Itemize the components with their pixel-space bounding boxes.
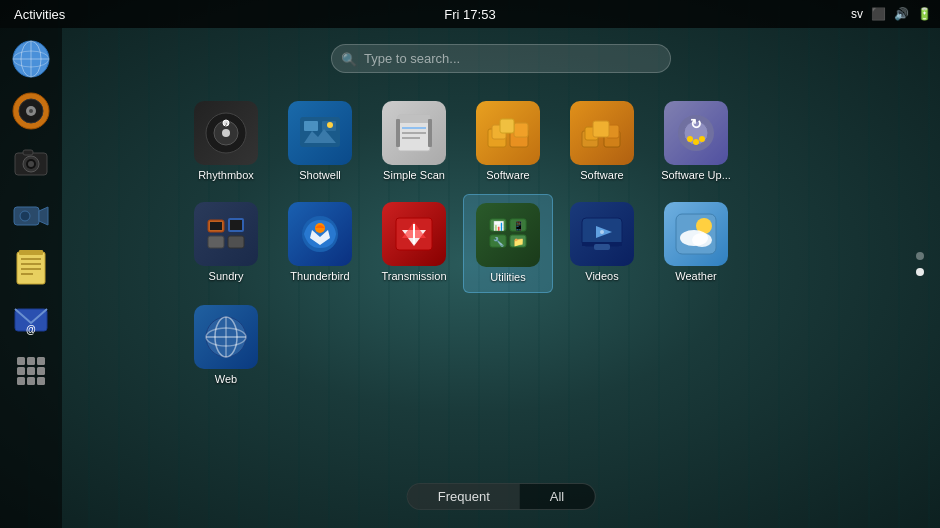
svg-rect-71 [208,236,224,248]
volume-icon[interactable]: 🔊 [894,7,909,21]
app-grid: ♪ Rhythmbox Shotwell [161,93,841,395]
app-label-weather: Weather [675,270,716,283]
app-item-softwareup[interactable]: ↻ Software Up... [651,93,741,190]
top-bar-left: Activities [8,5,71,24]
app-icon-shotwell [288,101,352,165]
svg-point-36 [222,129,230,137]
svg-text:📁: 📁 [513,236,525,248]
tab-frequent[interactable]: Frequent [408,484,520,509]
screen-icon: ⬛ [871,7,886,21]
svg-point-66 [699,136,705,142]
svg-point-65 [693,139,699,145]
svg-rect-70 [230,220,242,230]
svg-rect-33 [37,377,45,385]
svg-point-16 [20,211,30,221]
app-item-software[interactable]: Software [463,93,553,190]
tab-bar: Frequent All [407,483,596,510]
top-bar-clock: Fri 17:53 [444,7,495,22]
svg-rect-89 [594,244,610,250]
sidebar-item-appgrid[interactable] [8,348,54,394]
svg-rect-26 [27,357,35,365]
top-bar: Activities Fri 17:53 sv ⬛ 🔊 🔋 [0,0,940,28]
sidebar-item-browser[interactable] [8,36,54,82]
svg-marker-15 [39,207,48,225]
app-item-videos[interactable]: Videos [557,194,647,293]
svg-rect-31 [17,377,25,385]
svg-rect-55 [500,119,514,133]
sidebar-item-sound[interactable] [8,88,54,134]
svg-text:@: @ [26,324,36,335]
app-label-utilities: Utilities [490,271,525,284]
svg-rect-72 [228,236,244,248]
app-icon-softwarecenter [570,101,634,165]
app-label-thunderbird: Thunderbird [290,270,349,283]
app-icon-web [194,305,258,369]
app-item-weather[interactable]: Weather [651,194,741,293]
svg-rect-48 [402,137,420,139]
app-icon-thunderbird [288,202,352,266]
sidebar: @ [0,28,62,528]
svg-point-95 [692,233,712,247]
app-item-simplescan[interactable]: Simple Scan [369,93,459,190]
svg-rect-45 [398,115,430,123]
svg-rect-49 [396,119,400,147]
svg-rect-13 [23,150,33,155]
svg-text:♪: ♪ [225,121,228,127]
battery-icon: 🔋 [917,7,932,21]
app-item-thunderbird[interactable]: Thunderbird [275,194,365,293]
sidebar-item-notes[interactable] [8,244,54,290]
app-item-sundry[interactable]: Sundry [181,194,271,293]
svg-point-91 [600,230,604,234]
svg-point-8 [29,109,33,113]
svg-rect-28 [17,367,25,375]
svg-text:↻: ↻ [690,116,702,132]
app-icon-transmission [382,202,446,266]
tab-all[interactable]: All [520,484,594,509]
sidebar-item-film[interactable] [8,192,54,238]
app-label-software: Software [486,169,529,182]
svg-point-12 [28,161,34,167]
svg-rect-54 [514,123,528,137]
app-icon-utilities: 📊 📱 🔧 📁 [476,203,540,267]
svg-rect-68 [210,222,222,230]
app-label-videos: Videos [585,270,618,283]
svg-rect-46 [402,127,426,129]
search-input[interactable] [331,44,671,73]
sidebar-item-email[interactable]: @ [8,296,54,342]
pagination-dot-1[interactable] [916,252,924,260]
svg-text:📱: 📱 [513,220,525,232]
app-item-transmission[interactable]: Transmission [369,194,459,293]
app-icon-weather [664,202,728,266]
search-wrapper: 🔍 [331,44,671,73]
svg-rect-47 [402,132,426,134]
app-item-shotwell[interactable]: Shotwell [275,93,365,190]
svg-rect-27 [37,357,45,365]
app-item-web[interactable]: Web [181,297,271,394]
sidebar-item-camera[interactable] [8,140,54,186]
svg-rect-29 [27,367,35,375]
app-label-softwarecenter: Software [580,169,623,182]
app-label-web: Web [215,373,237,386]
app-item-rhythmbox[interactable]: ♪ Rhythmbox [181,93,271,190]
app-icon-softwareup: ↻ [664,101,728,165]
app-icon-videos [570,202,634,266]
app-icon-simplescan [382,101,446,165]
locale-indicator[interactable]: sv [851,7,863,21]
svg-rect-32 [27,377,35,385]
svg-rect-30 [37,367,45,375]
svg-rect-60 [593,121,609,137]
svg-rect-40 [304,121,318,131]
app-label-shotwell: Shotwell [299,169,341,182]
app-label-rhythmbox: Rhythmbox [198,169,254,182]
svg-text:📊: 📊 [493,220,505,232]
top-bar-right: sv ⬛ 🔊 🔋 [851,7,932,21]
app-label-sundry: Sundry [209,270,244,283]
app-item-utilities[interactable]: 📊 📱 🔧 📁 Utilities [463,194,553,293]
app-label-simplescan: Simple Scan [383,169,445,182]
svg-rect-25 [17,357,25,365]
activities-button[interactable]: Activities [8,5,71,24]
app-icon-software [476,101,540,165]
app-item-softwarecenter[interactable]: Software [557,93,647,190]
pagination-dot-2[interactable] [916,268,924,276]
main-content: 🔍 ♪ Rhythmbox [62,28,940,528]
